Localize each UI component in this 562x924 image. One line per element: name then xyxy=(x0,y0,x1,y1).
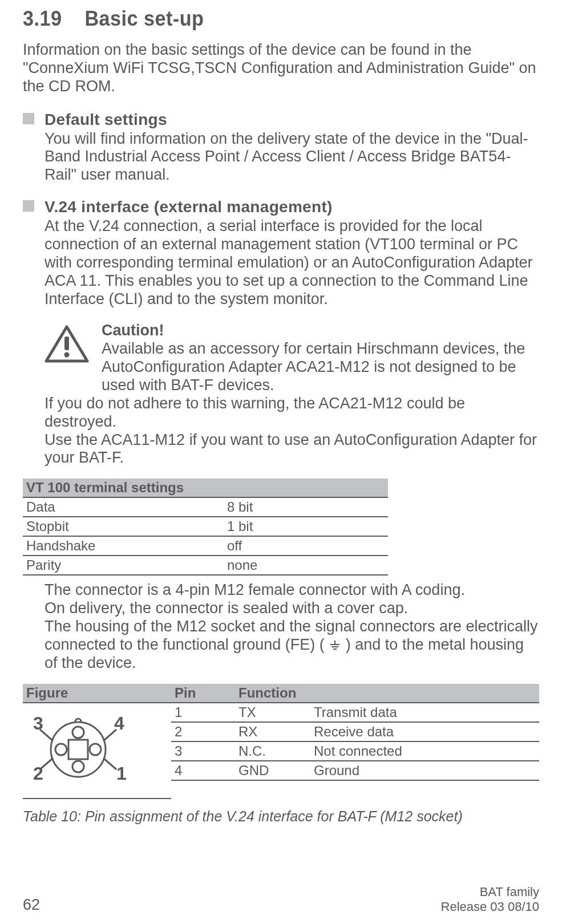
svg-point-10 xyxy=(55,744,67,755)
pin-number: 2 xyxy=(171,722,235,741)
table-caption: Table 10: Pin assignment of the V.24 int… xyxy=(23,808,539,825)
vt100-value: off xyxy=(224,536,388,556)
svg-point-8 xyxy=(72,727,84,738)
pin-header-function: Function xyxy=(235,684,539,703)
section-number: 3.19 xyxy=(23,7,62,30)
bullet-icon xyxy=(23,113,34,124)
table-row: Handshake off xyxy=(23,536,388,556)
warning-icon xyxy=(45,325,89,367)
section-title-text: Basic set-up xyxy=(84,7,204,30)
vt100-value: none xyxy=(224,556,388,575)
svg-rect-1 xyxy=(64,337,69,350)
table-row: Stopbit 1 bit xyxy=(23,517,388,536)
pin-signal: N.C. xyxy=(235,741,310,761)
pin-desc: Transmit data xyxy=(310,703,539,722)
pin-signal: RX xyxy=(235,722,310,741)
page-number: 62 xyxy=(23,896,40,914)
subsection-title: Default settings xyxy=(45,111,167,128)
table-row: 1 TX Transmit data xyxy=(171,703,539,722)
subsection-body: You will find information on the deliver… xyxy=(45,130,539,185)
caution-para: Use the ACA11-M12 if you want to use an … xyxy=(45,431,539,468)
connector-figure-icon: 3 4 2 1 xyxy=(30,707,127,792)
svg-point-7 xyxy=(51,722,106,777)
pin-desc: Receive data xyxy=(310,722,539,741)
vt100-label: Data xyxy=(23,497,224,517)
table-row: 4 GND Ground xyxy=(171,761,539,780)
pin-label-2: 2 xyxy=(33,763,43,784)
pin-label-4: 4 xyxy=(114,713,124,733)
vt100-settings-table: VT 100 terminal settings Data 8 bit Stop… xyxy=(23,479,388,576)
svg-rect-12 xyxy=(68,740,88,759)
pin-number: 3 xyxy=(171,741,235,761)
caution-title: Caution! xyxy=(102,322,539,340)
pin-signal: GND xyxy=(235,761,310,780)
table-row: 2 RX Receive data xyxy=(171,722,539,741)
pin-signal: TX xyxy=(235,703,310,722)
intro-paragraph: Information on the basic settings of the… xyxy=(23,41,539,96)
pin-label-1: 1 xyxy=(116,763,127,784)
ground-icon xyxy=(329,636,346,653)
pin-assignment-table: Figure Pin Function xyxy=(23,684,539,799)
pin-header-figure: Figure xyxy=(23,684,171,703)
pin-header-pin: Pin xyxy=(171,684,235,703)
section-heading: 3.19 Basic set-up xyxy=(23,7,514,31)
table-row: Data 8 bit xyxy=(23,497,388,517)
subsection-body: At the V.24 connection, a serial interfa… xyxy=(45,217,539,308)
pin-label-3: 3 xyxy=(33,713,43,733)
caution-para: Available as an accessory for certain Hi… xyxy=(102,340,539,395)
caution-block: Caution! Available as an accessory for c… xyxy=(45,322,539,467)
subsection-title: V.24 interface (external management) xyxy=(45,198,333,216)
pin-desc: Not connected xyxy=(310,741,539,761)
pin-number: 4 xyxy=(171,761,235,780)
connector-p1: The connector is a 4-pin M12 female conn… xyxy=(45,581,539,599)
svg-point-9 xyxy=(72,761,84,772)
connector-description: The connector is a 4-pin M12 female conn… xyxy=(45,581,539,672)
table-row: Parity none xyxy=(23,556,388,575)
table-row: 3 N.C. Not connected xyxy=(171,741,539,761)
vt100-value: 8 bit xyxy=(224,497,388,517)
footer-line2: Release 03 08/10 xyxy=(441,899,539,914)
svg-point-11 xyxy=(90,744,101,755)
vt100-label: Parity xyxy=(23,556,224,575)
svg-point-2 xyxy=(64,352,70,358)
page-footer: 62 BAT family Release 03 08/10 xyxy=(23,885,539,914)
footer-line1: BAT family xyxy=(441,885,539,899)
pin-desc: Ground xyxy=(310,761,539,780)
bullet-icon xyxy=(23,200,34,212)
vt100-label: Stopbit xyxy=(23,517,224,536)
vt100-value: 1 bit xyxy=(224,517,388,536)
pin-number: 1 xyxy=(171,703,235,722)
vt100-label: Handshake xyxy=(23,536,224,556)
vt100-header: VT 100 terminal settings xyxy=(23,479,388,497)
svg-line-16 xyxy=(103,758,116,769)
connector-p2: On delivery, the connector is sealed wit… xyxy=(45,599,539,618)
caution-para: If you do not adhere to this warning, th… xyxy=(45,395,539,431)
